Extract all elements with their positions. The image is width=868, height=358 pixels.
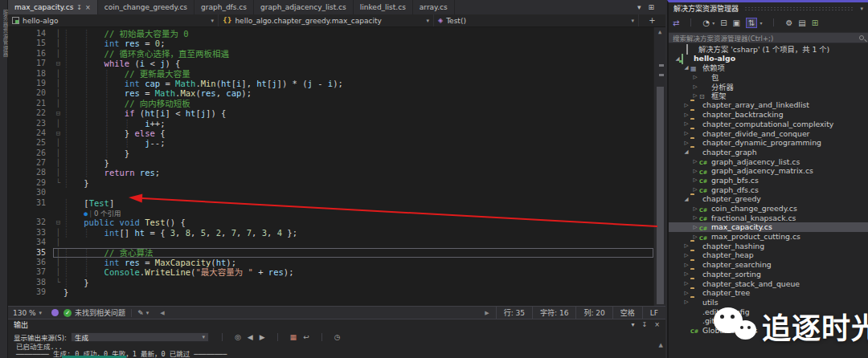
chevron-collapsed-icon[interactable]: ▷ — [682, 252, 690, 258]
chevron-collapsed-icon[interactable]: ▷ — [691, 234, 699, 240]
properties-icon[interactable]: ▣ — [733, 18, 740, 27]
chevron-expanded-icon[interactable]: ◢ — [682, 196, 690, 202]
chevron-collapsed-icon[interactable]: ▷ — [682, 262, 690, 268]
code-line[interactable]: 39} — [8, 287, 653, 297]
code-line[interactable]: 17⊟┊ ┊ while (i < j) { — [8, 59, 653, 68]
code-line[interactable]: 25│┊ ┊ ┊ ┊ j--; — [8, 138, 653, 148]
chevron-collapsed-icon[interactable]: ▷ — [682, 299, 690, 305]
chevron-collapsed-icon[interactable]: ▷ — [691, 177, 699, 183]
chevron-collapsed-icon[interactable]: ▷ — [691, 224, 699, 230]
code-line[interactable]: 19│┊ ┊ ┊ int cap = Math.Min(ht[i], ht[j]… — [8, 79, 653, 88]
chevron-collapsed-icon[interactable]: ▷ — [682, 102, 690, 108]
tree-item[interactable]: ▷chapter_stack_and_queue — [669, 279, 868, 288]
open-documents-dropdown-icon[interactable]: ▾ — [637, 3, 641, 11]
chevron-expanded-icon[interactable]: ◢ — [682, 64, 690, 71]
tree-item[interactable]: ▷C#fractional_knapsack.cs — [669, 213, 868, 222]
chevron-down-icon[interactable]: ▾ — [860, 6, 863, 12]
tree-item[interactable]: ▷C#graph_bfs.cs — [669, 176, 868, 185]
chevron-collapsed-icon[interactable]: ▷ — [682, 280, 690, 287]
tree-item[interactable]: ▷分析器 — [669, 82, 868, 92]
char-indicator[interactable]: 字符: 16 — [532, 307, 575, 319]
chevron-collapsed-icon[interactable]: ▷ — [691, 186, 699, 193]
code-line[interactable]: 16│┊ ┊ // 循环贪心选择，直至两板相遇 — [8, 49, 653, 59]
code-line[interactable]: 14│┊ ┊ // 初始最大容量为 0 — [8, 29, 653, 39]
line-indicator[interactable]: 行: 35 — [496, 307, 532, 319]
document-tab[interactable]: array.cs — [413, 0, 455, 14]
clear-all-icon[interactable]: ▦ — [290, 333, 297, 341]
tree-item[interactable]: ▷chapter_hashing — [669, 241, 868, 250]
type-dropdown[interactable]: {} hello_algo.chapter_greedy.max_capacit… — [219, 14, 434, 26]
zoom-select[interactable]: 130 % ▾ — [8, 309, 47, 317]
document-tab[interactable]: linked_list.cs — [354, 0, 413, 14]
tree-item[interactable]: ▷C#graph_dfs.cs — [669, 185, 868, 194]
codelens-references-text[interactable]: 0 个引用 — [94, 210, 121, 218]
document-health-icon[interactable] — [51, 309, 59, 316]
code-line[interactable]: 28│┊ ┊ return res; — [8, 168, 653, 177]
space-indicator[interactable]: 空格 — [612, 307, 642, 319]
code-line[interactable]: 34│ — [8, 238, 653, 247]
chevron-collapsed-icon[interactable]: ▷ — [691, 214, 699, 221]
pin-icon[interactable]: ↧ — [642, 321, 648, 328]
tree-item[interactable]: ◢hello-algo — [669, 54, 868, 63]
pin-icon[interactable]: ↧ — [76, 4, 82, 11]
chevron-collapsed-icon[interactable]: ▷ — [682, 112, 690, 118]
tree-item[interactable]: ▷C#graph_adjacency_list.cs — [669, 157, 868, 166]
hscroll-left-icon[interactable]: ◀ — [160, 310, 164, 316]
close-icon[interactable]: × — [654, 321, 660, 328]
chevron-expanded-icon[interactable]: ◢ — [682, 148, 690, 155]
output-source-select[interactable]: 生成 ▾ — [71, 332, 209, 342]
tree-item[interactable]: ▷chapter_array_and_linkedlist — [669, 100, 868, 110]
quick-actions-pen-icon[interactable]: ✎ — [137, 309, 144, 317]
member-dropdown[interactable]: ◈ Test() ▾ — [434, 14, 639, 26]
codelens-references-icon[interactable]: ● — [84, 210, 88, 218]
tree-item[interactable]: ▷C#max_capacity.cs — [669, 222, 868, 232]
code-line[interactable]: 38└┊ } — [8, 278, 653, 287]
add-item-icon[interactable]: ⊞ — [812, 18, 818, 27]
code-editor[interactable]: 14│┊ ┊ // 初始最大容量为 015│┊ ┊ int res = 0;16… — [8, 27, 665, 306]
code-line[interactable]: 35│┊ ┊ // 贪心算法 — [8, 248, 653, 258]
chevron-collapsed-icon[interactable]: ▷ — [691, 92, 699, 99]
eol-indicator[interactable]: LF — [642, 307, 665, 319]
code-line[interactable]: 23│┊ ┊ ┊ ┊ i++; — [8, 119, 653, 128]
code-line[interactable]: 29└┊ } — [8, 178, 653, 188]
document-tab[interactable]: graph_dfs.cs — [194, 0, 254, 14]
code-line[interactable]: 24⊟┊ ┊ ┊ } else { — [8, 128, 653, 138]
chevron-collapsed-icon[interactable]: ▷ — [682, 290, 690, 296]
split-editor-handle[interactable]: + — [639, 14, 665, 26]
tree-item[interactable]: ▷chapter_divide_and_conquer — [669, 128, 868, 138]
document-tab[interactable]: max_capacity.cs↧× — [8, 0, 98, 14]
wrench-icon[interactable]: ⚙ — [785, 18, 792, 27]
word-wrap-icon[interactable]: ↩ — [303, 333, 309, 341]
tree-item[interactable]: ▷C#graph_adjacency_matrix.cs — [669, 166, 868, 176]
collapse-all-icon[interactable]: ⊟ — [720, 18, 727, 27]
chevron-collapsed-icon[interactable]: ▷ — [691, 158, 699, 165]
code-line[interactable]: 20│┊ ┊ ┊ res = Math.Max(res, cap); — [8, 88, 653, 98]
fold-collapse-icon[interactable]: ⊟ — [53, 108, 63, 118]
tree-item[interactable]: ▷C#max_product_cutting.cs — [669, 232, 868, 242]
left-toolwindow-strip[interactable]: 服务器资源管理器 — [0, 0, 8, 358]
tree-item[interactable]: ▷C#coin_change_greedy.cs — [669, 204, 868, 214]
codelens-row[interactable]: ┊ ●|0 个引用 — [8, 208, 653, 218]
chevron-collapsed-icon[interactable]: ▷ — [682, 130, 690, 136]
chevron-down-icon[interactable]: ▾ — [632, 321, 635, 328]
chevron-down-icon[interactable]: ▾ — [712, 20, 714, 26]
chevron-collapsed-icon[interactable]: ▷ — [691, 74, 699, 80]
chevron-collapsed-icon[interactable]: ▷ — [682, 242, 690, 249]
tree-item[interactable]: ▷chapter_dynamic_programming — [669, 138, 868, 148]
tree-item[interactable]: ▷包 — [669, 72, 868, 82]
chevron-collapsed-icon[interactable]: ▷ — [682, 120, 690, 127]
code-line[interactable]: 36│┊ ┊ int res = MaxCapacity(ht); — [8, 258, 653, 267]
fold-collapse-icon[interactable]: ⊟ — [53, 128, 63, 138]
sync-active-document-icon[interactable]: ⇅ — [746, 18, 757, 28]
chevron-collapsed-icon[interactable]: ▷ — [691, 205, 699, 212]
show-all-files-icon[interactable]: ▤ — [798, 18, 805, 27]
project-dropdown[interactable]: hello-algo ▾ — [8, 14, 219, 26]
close-icon[interactable]: × — [85, 4, 91, 11]
scrollbar-thumb[interactable] — [657, 87, 664, 304]
chevron-collapsed-icon[interactable]: ▷ — [691, 168, 699, 174]
tree-item[interactable]: ▷chapter_tree — [669, 288, 868, 298]
tree-item[interactable]: ▷chapter_searching — [669, 260, 868, 270]
tree-item[interactable]: ▷chapter_backtracking — [669, 110, 868, 120]
prev-message-icon[interactable]: ◀ — [248, 333, 253, 341]
editor-options-icon[interactable]: ⊞ — [648, 3, 654, 11]
